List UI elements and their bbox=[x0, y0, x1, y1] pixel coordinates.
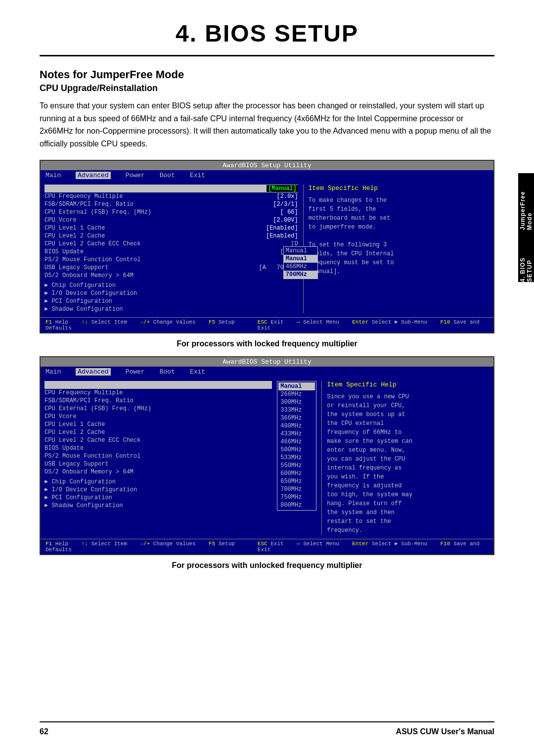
bios-right-title-1: Item Specific Help bbox=[309, 185, 490, 192]
bios-row-freq-mult: CPU Frequency Multiple [2.0x] bbox=[44, 192, 298, 200]
subsection-heading: CPU Upgrade/Reinstallation bbox=[40, 83, 494, 94]
bios-content-1: CPU Internal Frequency [Manual] CPU Freq… bbox=[41, 181, 493, 317]
bios2-menu-boot[interactable]: Boot bbox=[160, 368, 175, 376]
bios-right-title-2: Item Specific Help bbox=[327, 381, 490, 388]
bios-row-vcore: CPU Vcore [2.00V] bbox=[44, 216, 298, 224]
bios-row-l1-cache: CPU Level 1 Cache [Enabled] bbox=[44, 224, 298, 232]
bios-title-bar-1: AwardBIOS Setup Utility bbox=[41, 161, 493, 170]
bios-menu-bar-1: Main Advanced Power Boot Exit bbox=[41, 170, 493, 181]
bios-left-2: CPU Internal Frequency CPU Frequency Mul… bbox=[44, 381, 272, 535]
bios-right-2: Item Specific Help Since you use a new C… bbox=[321, 381, 490, 535]
bios-right-1: Item Specific Help To make changes to th… bbox=[303, 185, 490, 313]
bios-screen-2: AwardBIOS Setup Utility Main Advanced Po… bbox=[40, 356, 494, 555]
title-rule bbox=[40, 55, 494, 56]
bios2-row-os2: OS/2 Onboard Memory > 64M bbox=[44, 468, 272, 476]
page-title: 4. BIOS SETUP bbox=[40, 20, 494, 47]
side-tab-text1: 4. BIOS SETUP bbox=[519, 235, 533, 282]
caption-2: For processors with unlocked frequency m… bbox=[40, 561, 494, 570]
bios-row-usb: USB Legacy Support [A 700MHz bbox=[44, 264, 298, 272]
bios-row-l2-cache: CPU Level 2 Cache [Enabled] bbox=[44, 232, 298, 240]
bios-menu-bar-2: Main Advanced Power Boot Exit bbox=[41, 367, 493, 377]
manual-title: ASUS CUW User's Manual bbox=[396, 727, 494, 736]
bios-row-bios-update: BIOS Update [E Manual Manual 466MHz 700M… bbox=[44, 248, 298, 256]
bios-footer-2: F1 Help ↑↓ Select Item -/+ Change Values… bbox=[41, 539, 493, 554]
side-tab-text2: JumperFree Mode bbox=[519, 173, 533, 230]
section-heading: Notes for JumperFree Mode bbox=[40, 68, 494, 81]
bios2-row-vcore: CPU Vcore bbox=[44, 413, 272, 421]
bios-menu-main[interactable]: Main bbox=[45, 172, 61, 179]
bios-row-ps2: PS/2 Mouse Function Control [A bbox=[44, 256, 298, 264]
bios-menu-power[interactable]: Power bbox=[126, 172, 145, 179]
page-footer: 62 ASUS CUW User's Manual bbox=[40, 721, 494, 736]
bios-left-1: CPU Internal Frequency [Manual] CPU Freq… bbox=[44, 185, 298, 313]
bios2-row-ps2: PS/2 Mouse Function Control bbox=[44, 452, 272, 460]
bios2-menu-advanced[interactable]: Advanced bbox=[76, 368, 110, 376]
bios2-row-l2: CPU Level 2 Cache bbox=[44, 428, 272, 436]
bios-row-cpu-internal: CPU Internal Frequency [Manual] bbox=[44, 185, 298, 192]
bios-row-ecc: CPU Level 2 Cache ECC Check [D bbox=[44, 240, 298, 248]
bios-row-ext-freq: CPU External (FSB) Freq. (MHz) [ 66] bbox=[44, 208, 298, 216]
bios-row-os2: OS/2 Onboard Memory > 64M [D bbox=[44, 272, 298, 280]
bios2-row-freq-mult: CPU Frequency Multiple bbox=[44, 389, 272, 397]
bios2-row-ecc: CPU Level 2 Cache ECC Check bbox=[44, 436, 272, 444]
side-tab: 4. BIOS SETUP JumperFree Mode bbox=[518, 173, 534, 282]
bios2-row-fsb-ratio: FSB/SDRAM/PCI Freq. Ratio bbox=[44, 397, 272, 405]
bios2-row-l1: CPU Level 1 Cache bbox=[44, 421, 272, 428]
bios-menu-boot[interactable]: Boot bbox=[160, 172, 175, 179]
bios2-submenu-list: ► Chip Configuration ► I/O Device Config… bbox=[44, 476, 272, 510]
page-number: 62 bbox=[40, 727, 48, 736]
bios2-menu-exit[interactable]: Exit bbox=[190, 368, 205, 376]
body-text: To ensure that your system can enter BIO… bbox=[40, 99, 494, 150]
bios2-popup: Manual 266MHz 300MHz 333MHz 366MHz 400MH… bbox=[277, 381, 316, 511]
bios-right-text-2: Since you use a new CPU or reinstall you… bbox=[327, 392, 490, 535]
caption-1: For processors with locked frequency mul… bbox=[40, 339, 494, 348]
bios-menu-exit[interactable]: Exit bbox=[190, 172, 205, 179]
bios-submenu-list-1: ► Chip Configuration ► I/O Device Config… bbox=[44, 280, 298, 313]
bios2-row-usb: USB Legacy Support bbox=[44, 460, 272, 468]
bios-title-bar-2: AwardBIOS Setup Utility bbox=[41, 357, 493, 367]
page-container: 4. BIOS SETUP JumperFree Mode 4. BIOS SE… bbox=[0, 0, 534, 756]
bios2-row-bios: BIOS Update bbox=[44, 444, 272, 452]
bios-menu-advanced[interactable]: Advanced bbox=[76, 172, 110, 179]
bios2-row-cpu-internal: CPU Internal Frequency bbox=[44, 381, 272, 389]
bios2-row-ext-freq: CPU External (FSB) Freq. (MHz) bbox=[44, 405, 272, 413]
bios-footer-1: F1 Help ↑↓ Select Item -/+ Change Values… bbox=[41, 317, 493, 332]
bios-row-fsb-ratio: FSB/SDRAM/PCI Freq. Ratio [2/3/1] bbox=[44, 200, 298, 208]
bios-content-2: CPU Internal Frequency CPU Frequency Mul… bbox=[41, 377, 493, 539]
bios2-menu-main[interactable]: Main bbox=[45, 368, 61, 376]
bios-screen-1: AwardBIOS Setup Utility Main Advanced Po… bbox=[40, 160, 494, 333]
bios2-menu-power[interactable]: Power bbox=[126, 368, 145, 376]
bios-right-text-1: To make changes to the first 5 fields, t… bbox=[309, 196, 490, 276]
